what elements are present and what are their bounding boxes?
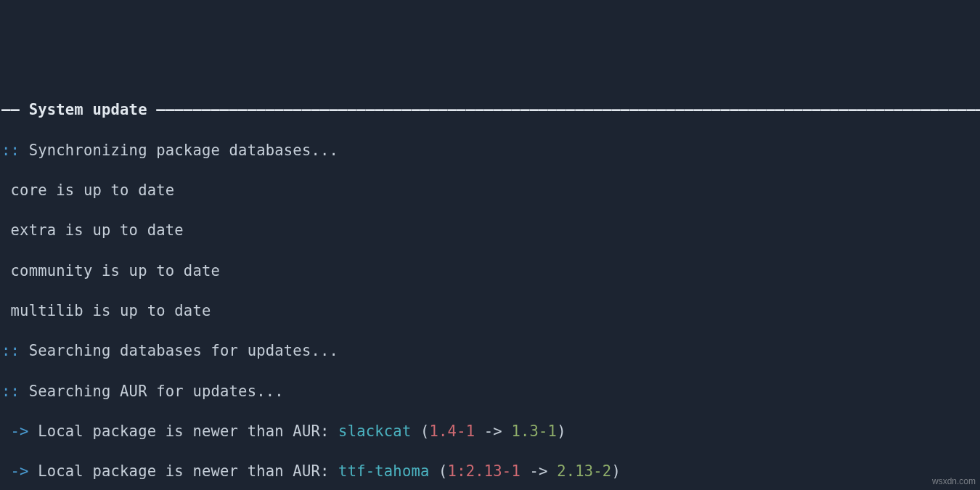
- line-newer-2: -> Local package is newer than AUR: ttf-…: [1, 462, 980, 482]
- terminal-output: —— System update ———————————————————————…: [0, 81, 980, 490]
- line-search-aur: :: Searching AUR for updates...: [1, 382, 980, 402]
- line-extra: extra is up to date: [1, 221, 980, 241]
- line-sync-db: :: Synchronizing package databases...: [1, 141, 980, 161]
- section-title: System update: [29, 101, 147, 118]
- line-newer-1: -> Local package is newer than AUR: slac…: [1, 422, 980, 442]
- line-core: core is up to date: [1, 181, 980, 201]
- section-header-system-update: —— System update ———————————————————————…: [1, 100, 980, 121]
- line-search-db: :: Searching databases for updates...: [1, 341, 980, 362]
- watermark: wsxdn.com: [932, 475, 976, 487]
- line-community: community is up to date: [1, 261, 980, 282]
- line-multilib: multilib is up to date: [1, 301, 980, 322]
